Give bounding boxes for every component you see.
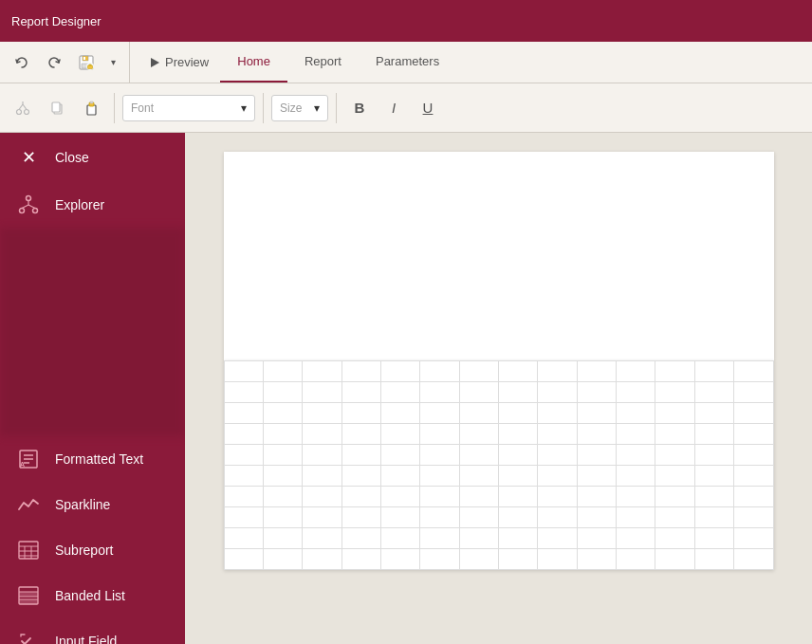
grid-cell — [538, 487, 577, 507]
grid-cell — [459, 549, 498, 570]
grid-cell — [616, 466, 655, 487]
grid-cell — [459, 382, 498, 403]
font-dropdown-arrow: ▾ — [241, 101, 247, 115]
save-dropdown-button[interactable]: ▾ — [104, 48, 121, 77]
size-dropdown-arrow: ▾ — [314, 101, 320, 115]
grid-cell — [733, 424, 773, 445]
grid-cell — [459, 403, 498, 424]
italic-button[interactable]: I — [378, 93, 409, 123]
svg-point-7 — [17, 109, 22, 114]
subreport-label: Subreport — [55, 543, 113, 558]
grid-cell — [420, 528, 459, 549]
grid-cell — [577, 549, 616, 570]
banded-list-label: Banded List — [55, 588, 125, 603]
sidebar-item-formatted-text[interactable]: A Formatted Text — [0, 436, 185, 482]
grid-cell — [616, 487, 655, 507]
grid-cell — [694, 466, 733, 487]
grid-cell — [303, 445, 341, 466]
grid-cell — [577, 361, 616, 382]
copy-button[interactable] — [42, 93, 72, 123]
sidebar-blurred-section — [0, 228, 185, 436]
preview-button[interactable]: Preview — [138, 42, 220, 83]
ribbon-sep-2 — [263, 93, 264, 123]
tab-home[interactable]: Home — [220, 42, 287, 83]
grid-cell — [459, 466, 498, 487]
play-icon — [149, 57, 160, 68]
undo-button[interactable] — [8, 48, 36, 77]
grid-cell — [459, 507, 498, 528]
grid-cell — [303, 382, 341, 403]
grid-cell — [498, 361, 537, 382]
undo-icon — [14, 55, 29, 70]
svg-line-22 — [28, 205, 35, 209]
svg-rect-36 — [19, 599, 38, 604]
grid-cell — [694, 487, 733, 507]
sidebar-item-sparkline[interactable]: Sparkline — [0, 482, 185, 527]
grid-cell — [577, 424, 616, 445]
ribbon-sep-3 — [336, 93, 337, 123]
grid-cell — [498, 528, 537, 549]
grid-cell — [733, 403, 773, 424]
grid-cell — [655, 445, 694, 466]
paste-button[interactable] — [76, 93, 106, 123]
sidebar-item-close[interactable]: ✕ Close — [0, 133, 185, 182]
grid-cell — [577, 382, 616, 403]
grid-cell — [224, 424, 263, 445]
main-area: ✕ Close Explorer — [0, 133, 812, 644]
table-row — [224, 403, 773, 424]
grid-cell — [694, 361, 733, 382]
tab-report[interactable]: Report — [287, 42, 359, 83]
grid-cell — [263, 487, 302, 507]
subreport-icon — [15, 537, 42, 563]
table-row — [224, 528, 773, 549]
input-field-label: Input Field — [55, 634, 117, 644]
svg-rect-14 — [87, 105, 96, 115]
grid-cell — [616, 445, 655, 466]
font-dropdown[interactable]: Font ▾ — [122, 95, 255, 121]
grid-cell — [341, 466, 380, 487]
grid-cell — [655, 424, 694, 445]
grid-cell — [420, 424, 459, 445]
svg-rect-5 — [88, 65, 93, 69]
grid-cell — [303, 528, 341, 549]
size-dropdown[interactable]: Size ▾ — [271, 95, 328, 121]
banded-list-icon — [15, 582, 42, 609]
grid-cell — [577, 466, 616, 487]
grid-cell — [733, 487, 773, 507]
table-row — [224, 424, 773, 445]
grid-cell — [263, 549, 302, 570]
sidebar-item-banded-list[interactable]: Banded List — [0, 573, 185, 618]
ribbon-bar: Font ▾ Size ▾ B I U — [0, 83, 812, 133]
save-button[interactable] — [72, 48, 101, 77]
grid-cell — [420, 361, 459, 382]
grid-cell — [224, 528, 263, 549]
bold-button[interactable]: B — [344, 93, 375, 123]
cut-button[interactable] — [8, 93, 38, 123]
grid-cell — [263, 507, 302, 528]
grid-cell — [341, 361, 380, 382]
redo-button[interactable] — [40, 48, 68, 77]
copy-icon — [49, 101, 65, 116]
grid-cell — [498, 403, 537, 424]
grid-cell — [538, 445, 577, 466]
sidebar-item-input-field[interactable]: Input Field — [0, 618, 185, 644]
paste-icon — [83, 101, 99, 116]
grid-cell — [263, 528, 302, 549]
grid-cell — [459, 528, 498, 549]
grid-cell — [616, 382, 655, 403]
grid-cell — [459, 487, 498, 507]
grid-cell — [538, 507, 577, 528]
tab-parameters[interactable]: Parameters — [359, 42, 456, 83]
grid-cell — [380, 487, 419, 507]
grid-cell — [694, 382, 733, 403]
grid-cell — [303, 487, 341, 507]
sidebar-item-subreport[interactable]: Subreport — [0, 527, 185, 573]
grid-cell — [498, 549, 537, 570]
redo-icon — [46, 55, 62, 70]
grid-cell — [577, 528, 616, 549]
grid-cell — [459, 445, 498, 466]
sidebar-item-explorer[interactable]: Explorer — [0, 182, 185, 228]
svg-line-9 — [19, 104, 23, 110]
underline-button[interactable]: U — [413, 93, 443, 123]
grid-cell — [420, 466, 459, 487]
